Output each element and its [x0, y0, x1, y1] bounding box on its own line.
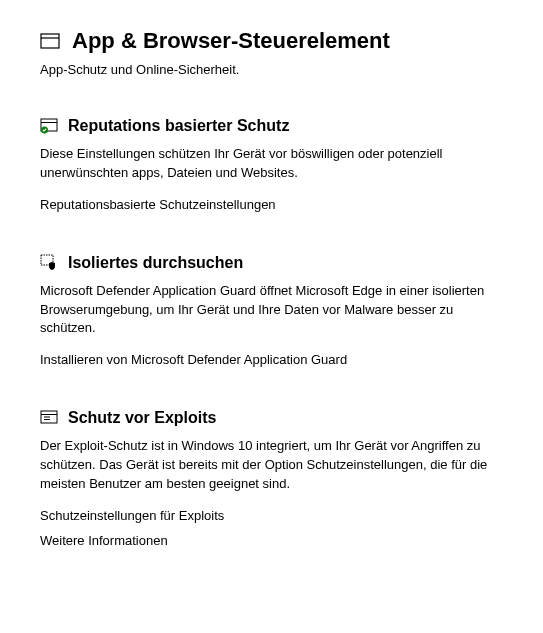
exploit-protection-icon — [40, 409, 58, 427]
section-reputation-header: Reputations basierter Schutz — [40, 117, 503, 135]
section-reputation-title: Reputations basierter Schutz — [68, 117, 289, 135]
section-reputation: Reputations basierter Schutz Diese Einst… — [40, 117, 503, 212]
section-isolated-header: Isoliertes durchsuchen — [40, 254, 503, 272]
section-exploit-desc: Der Exploit-Schutz ist in Windows 10 int… — [40, 437, 503, 494]
section-isolated-title: Isoliertes durchsuchen — [68, 254, 243, 272]
page-subtitle: App-Schutz und Online-Sicherheit. — [40, 62, 503, 77]
section-isolated-desc: Microsoft Defender Application Guard öff… — [40, 282, 503, 339]
install-app-guard-link[interactable]: Installieren von Microsoft Defender Appl… — [40, 352, 503, 367]
exploit-settings-link[interactable]: Schutzeinstellungen für Exploits — [40, 508, 503, 523]
svg-rect-0 — [41, 34, 59, 48]
section-reputation-desc: Diese Einstellungen schützen Ihr Gerät v… — [40, 145, 503, 183]
section-exploit: Schutz vor Exploits Der Exploit-Schutz i… — [40, 409, 503, 548]
reputation-icon — [40, 117, 58, 135]
section-exploit-header: Schutz vor Exploits — [40, 409, 503, 427]
page-header: App & Browser-Steuerelement — [40, 28, 503, 54]
page-title: App & Browser-Steuerelement — [72, 28, 390, 54]
more-info-link[interactable]: Weitere Informationen — [40, 533, 503, 548]
section-exploit-title: Schutz vor Exploits — [68, 409, 216, 427]
app-browser-icon — [40, 31, 60, 51]
isolated-browsing-icon — [40, 254, 58, 272]
section-isolated: Isoliertes durchsuchen Microsoft Defende… — [40, 254, 503, 368]
reputation-settings-link[interactable]: Reputationsbasierte Schutzeinstellungen — [40, 197, 503, 212]
